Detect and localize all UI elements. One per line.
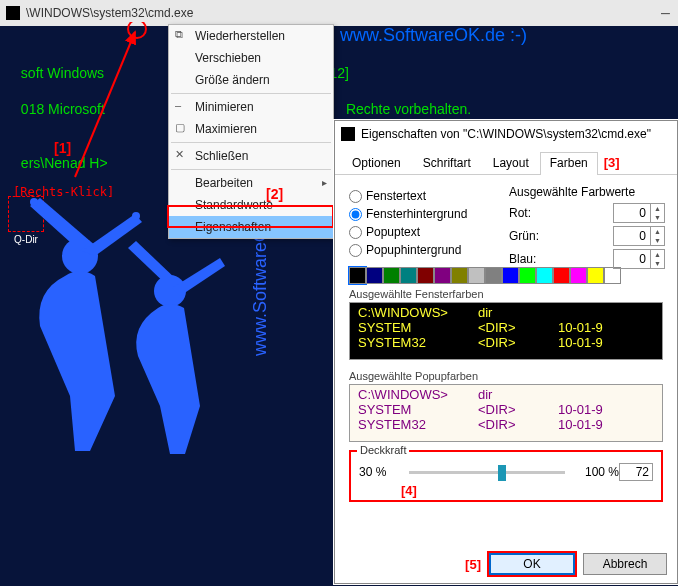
opacity-max-label: 100 % — [571, 465, 619, 479]
terminal-body: www.SoftwareOK.de :-) soft Windows 4.112… — [0, 26, 678, 82]
tab-optionen[interactable]: Optionen — [341, 151, 412, 174]
system-context-menu: ⧉WiederherstellenVerschiebenGröße ändern… — [168, 24, 334, 239]
swatch-3[interactable] — [400, 267, 417, 284]
dialog-title-text: Eigenschaften von "C:\WINDOWS\system32\c… — [361, 127, 651, 141]
spin-red[interactable]: ▲▼ — [613, 203, 665, 223]
watermark-url-top: www.SoftwareOK.de :-) — [340, 26, 527, 44]
annotation-label-2: [2] — [266, 186, 283, 202]
menu-item-eigenschaften[interactable]: Eigenschaften — [169, 216, 333, 238]
annotation-label-1: [1] — [54, 140, 71, 156]
opacity-legend: Deckkraft — [357, 444, 409, 456]
selected-color-values: Ausgewählte Farbwerte Rot: ▲▼ Grün: ▲▼ B… — [509, 185, 665, 272]
cmd-title-bar[interactable]: \WINDOWS\system32\cmd.exe – — [0, 0, 678, 26]
opacity-min-label: 30 % — [359, 465, 403, 479]
swatch-8[interactable] — [485, 267, 502, 284]
cmd-icon — [6, 6, 20, 20]
minimize-icon[interactable]: – — [661, 4, 670, 22]
ok-button[interactable]: OK — [489, 553, 575, 575]
annotation-label-3: [3] — [604, 155, 620, 170]
menu-item-maximieren[interactable]: ▢Maximieren — [169, 118, 333, 140]
window-preview-label: Ausgewählte Fensterfarben — [349, 288, 663, 300]
swatch-4[interactable] — [417, 267, 434, 284]
opacity-group: Deckkraft 30 % 100 % [4] — [349, 450, 663, 502]
menu-item-minimieren[interactable]: –Minimieren — [169, 96, 333, 118]
swatch-0[interactable] — [349, 267, 366, 284]
annotation-label-5: [5] — [465, 557, 481, 572]
window-colors-preview: C:\WINDOWS>dirSYSTEM<DIR>10-01-9SYSTEM32… — [349, 302, 663, 360]
opacity-slider[interactable] — [409, 462, 565, 482]
tab-farben[interactable]: Farben — [540, 152, 598, 175]
annotation-rechts-klick: [Rechts-Klick] — [13, 185, 114, 199]
dialog-tabs: OptionenSchriftartLayoutFarben[3] — [335, 147, 677, 175]
dialog-cmd-icon — [341, 127, 355, 141]
annotation-label-4: [4] — [401, 483, 417, 498]
popup-preview-label: Ausgewählte Popupfarben — [349, 370, 663, 382]
cancel-button[interactable]: Abbrech — [583, 553, 667, 575]
tab-layout[interactable]: Layout — [482, 151, 540, 174]
svg-point-2 — [30, 198, 38, 206]
spin-green[interactable]: ▲▼ — [613, 226, 665, 246]
tab-schriftart[interactable]: Schriftart — [412, 151, 482, 174]
svg-point-3 — [132, 212, 140, 220]
swatch-7[interactable] — [468, 267, 485, 284]
menu-item-schließen[interactable]: ✕Schließen — [169, 145, 333, 167]
cmd-title-path: \WINDOWS\system32\cmd.exe — [26, 6, 193, 20]
popup-colors-preview: C:\WINDOWS>dirSYSTEM<DIR>10-01-9SYSTEM32… — [349, 384, 663, 442]
swatch-6[interactable] — [451, 267, 468, 284]
swatch-1[interactable] — [366, 267, 383, 284]
spin-blue[interactable]: ▲▼ — [613, 249, 665, 269]
menu-item-bearbeiten[interactable]: Bearbeiten▸ — [169, 172, 333, 194]
swatch-2[interactable] — [383, 267, 400, 284]
colors-panel: FenstertextFensterhintergrundPopuptextPo… — [335, 175, 677, 512]
menu-item-wiederherstellen[interactable]: ⧉Wiederherstellen — [169, 25, 333, 47]
swatch-5[interactable] — [434, 267, 451, 284]
menu-item-größe-ändern[interactable]: Größe ändern — [169, 69, 333, 91]
properties-dialog: Eigenschaften von "C:\WINDOWS\system32\c… — [334, 120, 678, 584]
menu-item-standardwerte[interactable]: Standardwerte — [169, 194, 333, 216]
menu-item-verschieben[interactable]: Verschieben — [169, 47, 333, 69]
dialog-title-bar[interactable]: Eigenschaften von "C:\WINDOWS\system32\c… — [335, 121, 677, 147]
opacity-value-input[interactable] — [619, 463, 653, 481]
